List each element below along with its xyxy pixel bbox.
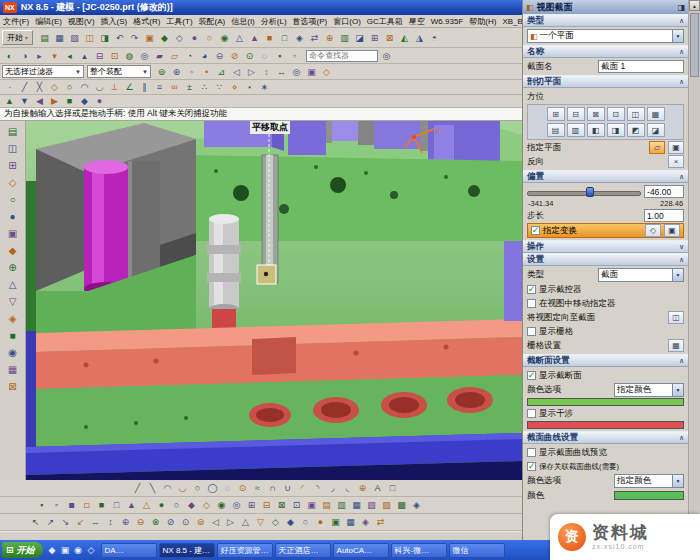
collapse-icon[interactable]: ∧ — [679, 48, 684, 56]
section-header-operations[interactable]: 操作 ∨ — [523, 240, 688, 253]
menu-item[interactable]: 帮助(H) — [466, 16, 499, 27]
specify-transform-row[interactable]: ✓ 指定变换 ◇ ▣ — [527, 223, 684, 238]
viewport-3d-model[interactable]: x — [26, 121, 522, 480]
toolbar-icon[interactable]: ╱ — [17, 80, 32, 94]
toolbar-icon[interactable]: ◨ — [97, 31, 112, 45]
toolbar-icon[interactable]: ▲ — [247, 31, 262, 45]
show-grid-checkbox[interactable] — [527, 327, 536, 336]
collapse-icon[interactable]: ∨ — [679, 243, 684, 251]
collapse-icon[interactable]: ∧ — [679, 78, 684, 86]
toolbar-icon[interactable]: ⊗ — [148, 515, 163, 529]
offset-value-input[interactable]: -46.00 — [644, 185, 684, 198]
toolbar-icon[interactable]: ∠ — [122, 80, 137, 94]
show-handle-checkbox[interactable]: ✓ — [527, 285, 536, 294]
selection-scope-dropdown[interactable]: 整个装配 ▼ — [87, 65, 151, 78]
white-cylinder[interactable] — [207, 214, 241, 314]
taskbar-task-button[interactable]: AutoCA… — [333, 543, 389, 558]
toolbar-icon[interactable]: ∴ — [197, 80, 212, 94]
toolbar-icon[interactable]: ◫ — [82, 31, 97, 45]
toolbar-icon[interactable]: ▣ — [328, 515, 343, 529]
toolbar-icon[interactable]: ◌ — [257, 49, 272, 63]
toolbar-icon[interactable]: ↗ — [43, 515, 58, 529]
toolbar-icon[interactable]: ◇ — [199, 498, 214, 512]
step-input[interactable]: 1.00 — [644, 209, 684, 222]
toolbar-icon[interactable]: ◇ — [319, 65, 334, 79]
toolbar-icon[interactable]: ◉ — [4, 344, 22, 361]
menu-item[interactable]: 编辑(E) — [32, 16, 65, 27]
toolbar-icon[interactable]: ○ — [298, 515, 313, 529]
transform-icon-a[interactable]: ◇ — [645, 224, 661, 237]
toolbar-icon[interactable]: ▤ — [4, 123, 22, 140]
toolbar-icon[interactable]: △ — [4, 276, 22, 293]
toolbar-icon[interactable]: ↕ — [103, 515, 118, 529]
toolbar-icon[interactable]: ● — [154, 498, 169, 512]
menu-item[interactable]: 分析(L) — [258, 16, 290, 27]
toolbar-icon[interactable]: ◆ — [157, 31, 172, 45]
toolbar-icon[interactable]: ◎ — [137, 49, 152, 63]
save-assoc-checkbox[interactable]: ✓ — [527, 462, 536, 471]
transform-icon-b[interactable]: ▣ — [664, 224, 680, 237]
toolbar-icon[interactable]: ▼ — [17, 95, 32, 108]
toolbar-icon[interactable]: ∗ — [257, 80, 272, 94]
reverse-direction-icon[interactable]: × — [668, 155, 684, 168]
menu-item[interactable]: 星空 — [406, 16, 428, 27]
toolbar-icon[interactable]: ∵ — [212, 80, 227, 94]
cap-color-swatch[interactable] — [527, 398, 684, 406]
toolbar-icon[interactable]: ▧ — [364, 498, 379, 512]
menu-item[interactable]: XB_BU3LD — [499, 17, 522, 26]
toolbar-icon[interactable]: ▽ — [253, 515, 268, 529]
toolbar-icon[interactable]: ▩ — [394, 498, 409, 512]
toolbar-icon[interactable]: ◆ — [4, 242, 22, 259]
menu-item[interactable]: GC工具箱 — [364, 16, 406, 27]
toolbar-icon[interactable]: ○ — [190, 481, 205, 495]
toolbar-icon[interactable]: A — [370, 481, 385, 495]
toolbar-icon[interactable]: ◈ — [409, 498, 424, 512]
toolbar-icon[interactable]: ◌ — [220, 481, 235, 495]
toolbar-icon[interactable]: ▦ — [4, 361, 22, 378]
toolbar-icon[interactable]: ◑ — [17, 49, 32, 63]
menu-item[interactable]: 窗口(O) — [330, 16, 364, 27]
graphics-viewport[interactable]: 平移取点 — [26, 121, 522, 480]
toolbar-icon[interactable]: □ — [385, 481, 400, 495]
toolbar-icon[interactable]: ↙ — [73, 515, 88, 529]
toolbar-icon[interactable]: ◇ — [47, 80, 62, 94]
toolbar-icon[interactable]: ╱ — [130, 481, 145, 495]
search-icon[interactable]: ◎ — [379, 49, 394, 63]
toolbar-icon[interactable]: ▾ — [47, 49, 62, 63]
toolbar-icon[interactable]: ⊚ — [154, 65, 169, 79]
toolbar-icon[interactable]: ▱ — [167, 49, 182, 63]
section-type-dropdown[interactable]: ◧ 一个平面 ▼ — [527, 29, 684, 43]
toolbar-icon[interactable]: △ — [232, 31, 247, 45]
menu-item[interactable]: 格式(R) — [130, 16, 163, 27]
toolbar-icon[interactable]: ◇ — [268, 515, 283, 529]
toolbar-icon[interactable]: ↔ — [274, 65, 289, 79]
toolbar-icon[interactable]: ◨ — [607, 123, 625, 137]
toolbar-icon[interactable]: ◉ — [72, 543, 85, 557]
toolbar-icon[interactable]: ◪ — [647, 123, 665, 137]
section-header-plane[interactable]: 剖切平面 ∧ — [523, 75, 688, 88]
toolbar-icon[interactable]: ⇄ — [307, 31, 322, 45]
toolbar-icon[interactable]: △ — [139, 498, 154, 512]
transform-checkbox[interactable]: ✓ — [531, 226, 540, 235]
toolbar-icon[interactable]: ⊕ — [118, 515, 133, 529]
toolbar-icon[interactable]: ◂ — [62, 49, 77, 63]
toolbar-icon[interactable]: ▪ — [34, 498, 49, 512]
toolbar-icon[interactable]: ⊠ — [382, 31, 397, 45]
toolbar-icon[interactable]: ■ — [4, 327, 22, 344]
toolbar-icon[interactable]: ◎ — [229, 498, 244, 512]
toolbar-icon[interactable]: ⊞ — [547, 107, 565, 121]
taskbar-task-button[interactable]: NX 8.5 - 建… — [159, 543, 215, 558]
toolbar-icon[interactable]: ▥ — [567, 123, 585, 137]
section-header-curves[interactable]: 截面曲线设置 ∧ — [523, 431, 688, 444]
move-in-view-checkbox[interactable] — [527, 299, 536, 308]
windows-start-button[interactable]: ⊞ 开始 — [2, 542, 43, 558]
toolbar-icon[interactable]: ▦ — [647, 107, 665, 121]
magenta-cylinder[interactable] — [84, 160, 128, 296]
toolbar-icon[interactable]: ◽ — [79, 498, 94, 512]
chevron-down-icon[interactable]: ▼ — [672, 269, 683, 281]
taskbar-task-button[interactable]: 天正酒店… — [275, 543, 331, 558]
toolbar-icon[interactable]: ± — [182, 80, 197, 94]
toolbar-icon[interactable]: ∩ — [265, 481, 280, 495]
toolbar-icon[interactable]: ◧ — [587, 123, 605, 137]
toolbar-icon[interactable]: ■ — [262, 31, 277, 45]
